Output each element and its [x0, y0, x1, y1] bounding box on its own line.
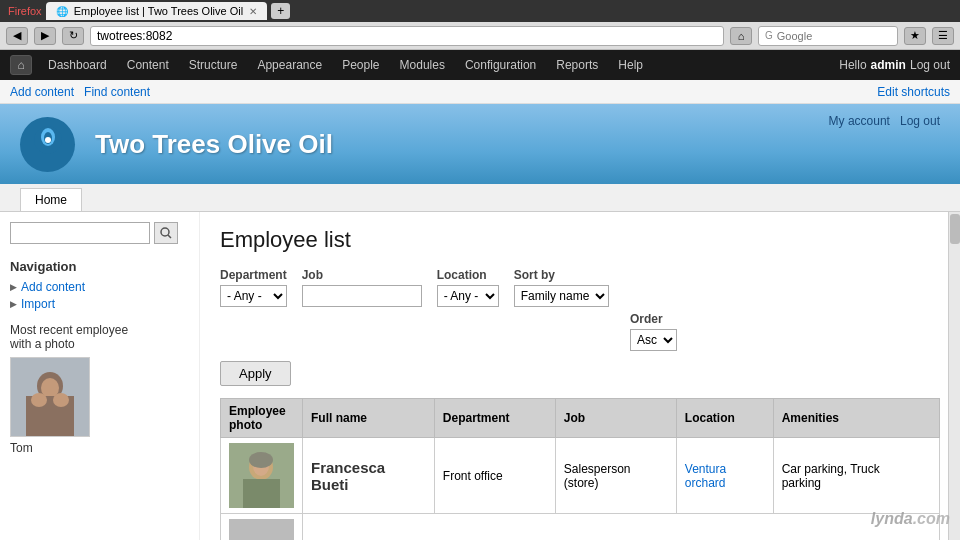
search-icon — [160, 227, 172, 239]
th-department: Department — [434, 399, 555, 438]
th-job: Job — [555, 399, 676, 438]
table-body: FrancescaBueti Front office Salesperson(… — [221, 438, 940, 541]
department-filter: Department - Any - — [220, 268, 287, 307]
drupal-logo-svg — [28, 124, 68, 164]
forward-button[interactable]: ▶ — [34, 27, 56, 45]
employee-thumbnail-svg — [11, 358, 89, 436]
sidebar: Navigation Add content Import Most recen… — [0, 212, 200, 540]
admin-nav-help[interactable]: Help — [610, 56, 651, 74]
admin-logout-link[interactable]: Log out — [910, 58, 950, 72]
page-title: Employee list — [220, 227, 940, 253]
site-nav: Home — [0, 184, 960, 212]
site-logout-link[interactable]: Log out — [900, 114, 940, 128]
my-account-link[interactable]: My account — [829, 114, 890, 128]
order-filter-row: Order Asc — [220, 312, 940, 351]
admin-nav-dashboard[interactable]: Dashboard — [40, 56, 115, 74]
svg-point-10 — [31, 393, 47, 407]
browser-search-input[interactable] — [777, 30, 857, 42]
apply-button[interactable]: Apply — [220, 361, 291, 386]
svg-point-16 — [249, 452, 273, 468]
location-select[interactable]: - Any - — [437, 285, 499, 307]
recent-photo-label: Most recent employee with a photo — [10, 323, 189, 351]
admin-home-button[interactable]: ⌂ — [10, 55, 32, 75]
job-label: Job — [302, 268, 422, 282]
admin-nav-reports[interactable]: Reports — [548, 56, 606, 74]
tab-close-button[interactable]: ✕ — [249, 6, 257, 17]
tab-favicon: 🌐 — [56, 6, 68, 17]
browser-chrome: Firefox 🌐 Employee list | Two Trees Oliv… — [0, 0, 960, 22]
scrollbar-thumb[interactable] — [950, 214, 960, 244]
refresh-button[interactable]: ↻ — [62, 27, 84, 45]
order-filter: Order Asc — [630, 312, 677, 351]
firefox-logo: Firefox — [8, 5, 42, 17]
new-tab-button[interactable]: + — [271, 3, 290, 19]
svg-point-4 — [161, 228, 169, 236]
header-links: My account Log out — [829, 114, 940, 128]
recent-photo-section: Most recent employee with a photo Tom — [10, 323, 189, 455]
browser-toolbar: ◀ ▶ ↻ twotrees:8082 ⌂ G ★ ☰ — [0, 22, 960, 50]
employee-amenities-cell: Car parking, Truckparking — [773, 438, 939, 514]
employee-table: Employee photo Full name Department Job … — [220, 398, 940, 540]
sort-by-filter: Sort by Family name — [514, 268, 609, 307]
admin-nav-appearance[interactable]: Appearance — [249, 56, 330, 74]
bookmark-button[interactable]: ★ — [904, 27, 926, 45]
order-label: Order — [630, 312, 677, 326]
sort-by-label: Sort by — [514, 268, 609, 282]
employee-department: Front office — [443, 469, 503, 483]
order-select[interactable]: Asc — [630, 329, 677, 351]
navigation-section: Navigation Add content Import — [10, 259, 189, 311]
th-amenities: Amenities — [773, 399, 939, 438]
table-row-2 — [221, 514, 940, 541]
table-header-row: Employee photo Full name Department Job … — [221, 399, 940, 438]
main-content: Navigation Add content Import Most recen… — [0, 212, 960, 540]
site-logo — [20, 117, 75, 172]
employee-location-link[interactable]: Venturaorchard — [685, 462, 726, 490]
svg-point-3 — [45, 137, 51, 143]
sidebar-search-input[interactable] — [10, 222, 150, 244]
home-tab[interactable]: Home — [20, 188, 82, 211]
watermark-text: lynda — [871, 510, 913, 527]
table-header: Employee photo Full name Department Job … — [221, 399, 940, 438]
admin-nav-people[interactable]: People — [334, 56, 387, 74]
recent-employee-photo — [10, 357, 90, 437]
find-content-shortcut[interactable]: Find content — [84, 85, 150, 99]
scrollbar[interactable] — [948, 212, 960, 540]
import-link[interactable]: Import — [10, 297, 189, 311]
employee-photo — [229, 443, 294, 508]
home-button[interactable]: ⌂ — [730, 27, 752, 45]
location-filter: Location - Any - — [437, 268, 499, 307]
apply-button-container: Apply — [220, 361, 940, 386]
menu-button[interactable]: ☰ — [932, 27, 954, 45]
empty-row-cells — [303, 514, 940, 541]
admin-username: admin — [871, 58, 906, 72]
sidebar-search-button[interactable] — [154, 222, 178, 244]
tab-title: Employee list | Two Trees Olive Oil — [74, 5, 244, 17]
content-area: Employee list Department - Any - Job Loc… — [200, 212, 960, 540]
recent-employee-name: Tom — [10, 441, 189, 455]
address-bar[interactable]: twotrees:8082 — [90, 26, 724, 46]
admin-bar: ⌂ Dashboard Content Structure Appearance… — [0, 50, 960, 80]
job-filter: Job — [302, 268, 422, 307]
add-content-link[interactable]: Add content — [10, 280, 189, 294]
browser-search-box[interactable]: G — [758, 26, 898, 46]
empty-photo — [229, 519, 294, 540]
admin-nav-configuration[interactable]: Configuration — [457, 56, 544, 74]
add-content-shortcut[interactable]: Add content — [10, 85, 74, 99]
watermark: lynda.com — [871, 504, 950, 530]
edit-shortcuts-link[interactable]: Edit shortcuts — [877, 85, 950, 99]
employee-job-cell: Salesperson(store) — [555, 438, 676, 514]
address-text: twotrees:8082 — [97, 29, 172, 43]
admin-nav-content[interactable]: Content — [119, 56, 177, 74]
search-engine-label: G — [765, 30, 773, 41]
department-select[interactable]: - Any - — [220, 285, 287, 307]
filter-row: Department - Any - Job Location - Any - … — [220, 268, 940, 307]
sort-by-select[interactable]: Family name — [514, 285, 609, 307]
back-button[interactable]: ◀ — [6, 27, 28, 45]
th-fullname: Full name — [303, 399, 435, 438]
admin-nav-structure[interactable]: Structure — [181, 56, 246, 74]
browser-tab[interactable]: 🌐 Employee list | Two Trees Olive Oil ✕ — [46, 2, 268, 20]
employee-name-cell: FrancescaBueti — [303, 438, 435, 514]
admin-nav-modules[interactable]: Modules — [392, 56, 453, 74]
table-row: FrancescaBueti Front office Salesperson(… — [221, 438, 940, 514]
job-input[interactable] — [302, 285, 422, 307]
